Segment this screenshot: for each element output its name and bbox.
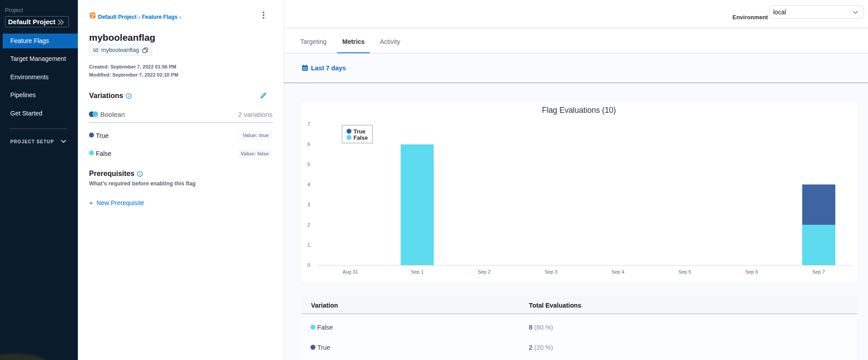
svg-text:7: 7 xyxy=(307,121,310,127)
svg-text:4: 4 xyxy=(307,182,310,187)
svg-text:Sep 7: Sep 7 xyxy=(812,269,825,274)
svg-text:Sep 2: Sep 2 xyxy=(478,269,491,274)
svg-text:Sep 6: Sep 6 xyxy=(745,269,758,274)
svg-text:2: 2 xyxy=(307,222,310,227)
svg-text:0: 0 xyxy=(307,262,310,268)
svg-text:1: 1 xyxy=(307,242,310,248)
svg-text:Sep 5: Sep 5 xyxy=(678,269,691,274)
svg-text:Flag Evaluations (10): Flag Evaluations (10) xyxy=(542,106,616,115)
svg-text:Sep 4: Sep 4 xyxy=(612,269,625,274)
svg-text:Sep 1: Sep 1 xyxy=(411,269,424,274)
svg-text:5: 5 xyxy=(307,162,310,167)
svg-text:Aug 31: Aug 31 xyxy=(343,269,358,274)
svg-text:6: 6 xyxy=(307,141,310,147)
svg-text:3: 3 xyxy=(307,202,310,207)
svg-text:Sep 3: Sep 3 xyxy=(545,269,557,274)
svg-text:True: True xyxy=(353,129,365,135)
svg-text:False: False xyxy=(353,135,368,141)
